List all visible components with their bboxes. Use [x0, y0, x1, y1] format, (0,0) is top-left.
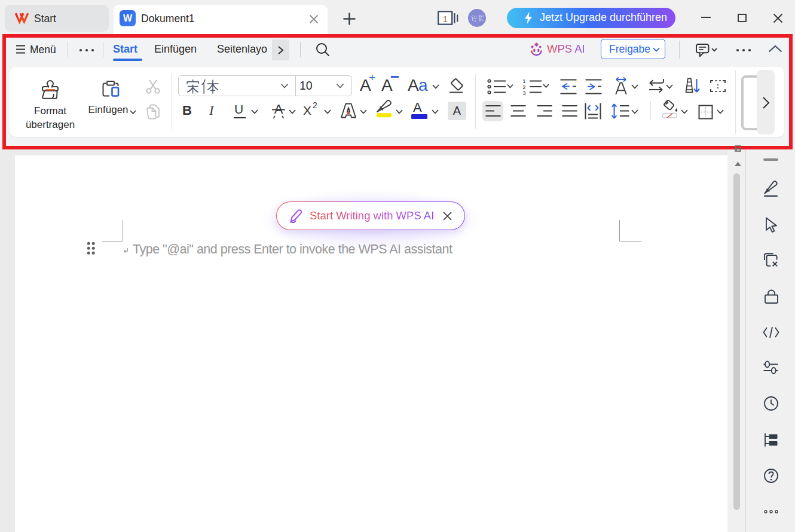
svg-text:1: 1: [442, 14, 448, 24]
